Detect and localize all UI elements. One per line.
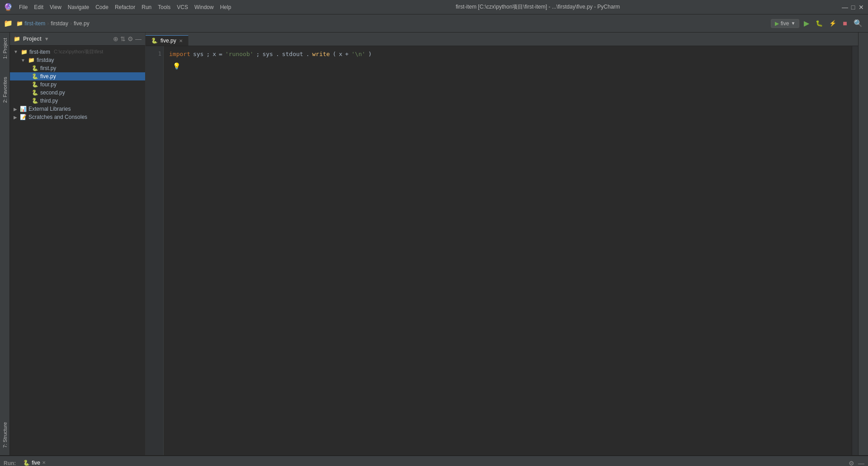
- maximize-button[interactable]: □: [850, 4, 856, 10]
- bulb-hint[interactable]: 💡: [169, 61, 846, 71]
- editor-tab-five-py[interactable]: 🐍 five.py ✕: [146, 35, 189, 46]
- sidebar: 📁 Project ▼ ⊕ ⇅ ⚙ — ▼ 📁 first-item C:\cz…: [10, 33, 146, 455]
- tree-item-root[interactable]: ▼ 📁 first-item C:\czx\python项目\first: [10, 47, 145, 56]
- op-dot: .: [276, 50, 279, 59]
- tree-item-five-py[interactable]: 🐍 five.py: [10, 72, 145, 80]
- toolbar: 📁 📁 first-item › firstday › five.py ▶ fi…: [0, 14, 868, 33]
- collapse-button[interactable]: —: [135, 35, 142, 42]
- second-py-name: second.py: [40, 89, 65, 96]
- ext-libs-icon: 📊: [20, 106, 27, 112]
- tree-item-first-py[interactable]: 🐍 first.py: [10, 64, 145, 72]
- run-config-selector[interactable]: ▶ five ▼: [771, 19, 800, 28]
- root-name: first-item: [29, 49, 50, 55]
- settings-button[interactable]: ⚙: [127, 35, 133, 42]
- project-tab[interactable]: 1: Project: [1, 34, 9, 62]
- py-icon-second: 🐍: [32, 89, 38, 96]
- op-plus: +: [345, 50, 349, 59]
- tree-item-four-py[interactable]: 🐍 four.py: [10, 80, 145, 89]
- toolbar-right: ▶ five ▼ ▶ 🐛 ⚡ ■ 🔍: [771, 18, 864, 28]
- py-icon-four: 🐍: [32, 81, 38, 88]
- menu-view[interactable]: View: [47, 3, 64, 11]
- expand-arrow-ext: ▶: [14, 107, 17, 112]
- id-x2: x: [339, 50, 342, 59]
- expand-arrow-scratches: ▶: [14, 115, 17, 120]
- expand-arrow: ▼: [14, 49, 18, 54]
- run-tab-five[interactable]: 🐍 five ✕: [19, 458, 49, 466]
- menu-refactor[interactable]: Refactor: [112, 3, 138, 11]
- tab-filename: five.py: [160, 38, 176, 44]
- run-tab-name: five: [32, 460, 40, 466]
- id-stdout: stdout: [282, 50, 303, 59]
- close-button[interactable]: ✕: [858, 4, 864, 10]
- py-icon-third: 🐍: [32, 98, 38, 104]
- menu-tools[interactable]: Tools: [155, 3, 173, 11]
- right-vertical-tabs: [858, 33, 868, 455]
- expand-arrow-firstday: ▼: [21, 58, 25, 63]
- minimize-button[interactable]: —: [842, 4, 848, 10]
- bulb-icon: 💡: [173, 62, 180, 70]
- favorites-tab-icon: 2: Favorites: [1, 73, 9, 106]
- breadcrumb-sep1: ›: [47, 20, 49, 27]
- menu-file[interactable]: File: [16, 3, 30, 11]
- tree-item-second-py[interactable]: 🐍 second.py: [10, 89, 145, 97]
- add-button[interactable]: ⊕: [113, 35, 118, 42]
- breadcrumb-file[interactable]: five.py: [74, 20, 90, 27]
- breadcrumb-sep2: ›: [70, 20, 72, 27]
- menu-edit[interactable]: Edit: [31, 3, 46, 11]
- favorites-tab[interactable]: 2: Favorites: [1, 73, 9, 106]
- debug-button[interactable]: 🐛: [814, 19, 825, 28]
- menu-navigate[interactable]: Navigate: [65, 3, 92, 11]
- str-newline: '\n': [351, 50, 365, 59]
- id-sys: sys: [193, 50, 203, 59]
- run-tab-close[interactable]: ✕: [42, 460, 46, 465]
- structure-icon: 7: Structure: [1, 419, 9, 455]
- fn-write: write: [312, 50, 330, 59]
- scratches-icon: 📝: [20, 114, 27, 120]
- op-equals: =: [219, 50, 222, 59]
- run-panel-tabs: Run: 🐍 five ✕ ⚙ —: [0, 456, 868, 466]
- left-vertical-tabs: 1: Project 2: Favorites 7: Structure: [0, 33, 10, 455]
- sidebar-toolbar: ⊕ ⇅ ⚙ —: [113, 35, 142, 42]
- py-icon-first: 🐍: [32, 65, 38, 71]
- menu-code[interactable]: Code: [93, 3, 111, 11]
- settings-icon[interactable]: ⚙: [849, 460, 854, 466]
- line-num-1: 1: [147, 50, 161, 58]
- project-tree: ▼ 📁 first-item C:\czx\python项目\first ▼ 📁…: [10, 46, 145, 455]
- minimize-panel-icon[interactable]: —: [858, 460, 864, 466]
- code-content[interactable]: import sys ; x = 'runoob' ; sys . stdout…: [164, 46, 852, 455]
- search-button[interactable]: 🔍: [852, 18, 864, 28]
- breadcrumb-root[interactable]: 📁 first-item: [16, 20, 45, 27]
- run-toolbar-right: ⚙ —: [849, 460, 864, 466]
- run-button[interactable]: ▶: [802, 18, 811, 28]
- code-editor[interactable]: 1 import sys ; x = 'runoob' ; sys . stdo…: [146, 46, 858, 455]
- structure-tab[interactable]: 7: Structure: [1, 419, 9, 452]
- menu-window[interactable]: Window: [192, 3, 217, 11]
- right-scrollbar[interactable]: [852, 46, 858, 455]
- tree-item-scratches[interactable]: ▶ 📝 Scratches and Consoles: [10, 113, 145, 121]
- line-numbers: 1: [146, 46, 164, 455]
- firstday-folder-icon: 📁: [28, 57, 35, 63]
- filter-button[interactable]: ⇅: [120, 35, 126, 42]
- ext-libs-name: External Libraries: [28, 106, 71, 112]
- menu-run[interactable]: Run: [139, 3, 154, 11]
- menu-vcs[interactable]: VCS: [174, 3, 191, 11]
- op-dot2: .: [306, 50, 310, 59]
- tree-item-third-py[interactable]: 🐍 third.py: [10, 97, 145, 105]
- breadcrumb-folder[interactable]: firstday: [51, 20, 68, 27]
- menu-help[interactable]: Help: [217, 3, 234, 11]
- keyword-import: import: [169, 50, 190, 59]
- coverage-button[interactable]: ⚡: [827, 19, 838, 28]
- root-path: C:\czx\python项目\first: [54, 48, 103, 55]
- editor-area: 🐍 five.py ✕ 1 import sys ; x = 'runoob' …: [146, 33, 858, 455]
- tree-item-external-libs[interactable]: ▶ 📊 External Libraries: [10, 105, 145, 113]
- tree-item-firstday[interactable]: ▼ 📁 firstday: [10, 56, 145, 64]
- breadcrumb: 📁 first-item › firstday › five.py: [16, 20, 90, 27]
- menu-bar: File Edit View Navigate Code Refactor Ru…: [16, 3, 234, 11]
- tab-close-button[interactable]: ✕: [179, 38, 183, 43]
- stop-button[interactable]: ■: [841, 19, 849, 28]
- code-line-1: import sys ; x = 'runoob' ; sys . stdout…: [169, 50, 846, 59]
- sidebar-title: Project: [23, 36, 42, 42]
- run-tab-icon: 🐍: [23, 460, 30, 466]
- scratches-name: Scratches and Consoles: [28, 114, 87, 120]
- op-paren2: ): [368, 50, 372, 59]
